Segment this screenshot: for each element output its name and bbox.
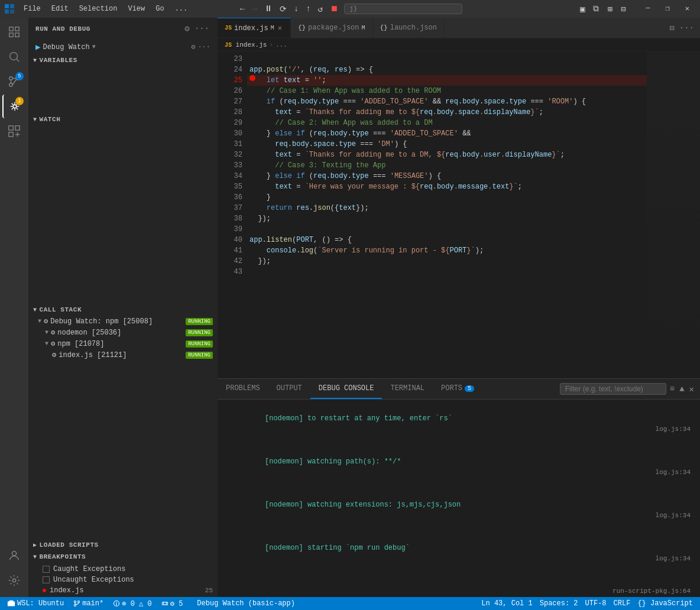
debug-config-gear[interactable]: ⚙ [191,43,195,51]
source-control-badge: 5 [15,72,24,80]
layout-icon-2[interactable]: ⧉ [591,3,601,15]
activity-search[interactable] [2,45,26,69]
panel-tab-output[interactable]: OUTPUT [268,379,310,399]
activity-explorer[interactable] [2,20,26,44]
status-encoding[interactable]: UTF-8 [583,599,609,608]
win-close-btn[interactable]: ✕ [679,3,695,15]
code-line-24: app.post('/', (req, res) => { [247,64,647,75]
menu-edit[interactable]: Edit [47,4,73,14]
console-ref-1[interactable]: log.js:34 [656,424,691,434]
filter-wrap-btn[interactable]: ≡ [669,383,676,395]
console-ref-2[interactable]: log.js:34 [656,467,691,478]
status-branch[interactable]: main* [71,599,106,608]
status-eol-label: CRLF [614,599,631,608]
call-stack-child-0[interactable]: ▼ ⚙ nodemon [25036] RUNNING [28,327,218,338]
layout-icon-3[interactable]: ⊞ [605,3,614,15]
breakpoints-section-header[interactable]: ▼ BREAKPOINTS [28,551,218,563]
debug-step-into-btn[interactable]: ↓ [291,3,301,15]
call-stack-section-header[interactable]: ▼ CALL STACK [28,304,218,316]
debug-config-more[interactable]: ··· [197,43,210,51]
more-tabs-btn[interactable]: ··· [678,22,695,34]
debug-more-btn[interactable]: ··· [193,22,210,35]
breakpoint-caught-checkbox[interactable] [43,566,50,573]
ln-32: 32 [218,150,242,160]
breadcrumb-item-1: JS index.js [225,41,267,48]
filter-input[interactable] [560,383,666,395]
breakpoint-uncaught[interactable]: Uncaught Exceptions [28,575,218,585]
code-editor[interactable]: 23 24 25 26 27 28 29 30 31 32 33 34 35 3… [218,51,700,378]
call-stack-child-1[interactable]: ▼ ⚙ npm [21078] RUNNING [28,338,218,349]
panel-tab-problems[interactable]: PROBLEMS [218,379,268,399]
variables-section-header[interactable]: ▼ VARIABLES [28,54,218,66]
debug-badge: 1 [15,97,24,105]
console-ref-3[interactable]: log.js:34 [656,510,691,521]
debug-play-btn[interactable]: ▶ [35,42,40,52]
breadcrumb-item-2: ... [276,41,287,48]
status-errors[interactable]: ⊗ 0 △ 0 [111,599,154,608]
call-stack-process-0[interactable]: ▼ ⚙ Debug Watch: npm [25008] RUNNING [28,316,218,327]
command-palette[interactable]: j} [344,4,462,14]
breakpoint-caught[interactable]: Caught Exceptions [28,564,218,575]
status-ports[interactable]: ⚙ 5 [159,599,186,608]
tab-indexjs-close[interactable]: ✕ [277,23,283,33]
console-ref-5[interactable]: run-script-pkg.js:64 [612,586,691,596]
code-line-39 [247,224,647,235]
ln-24: 24 [218,64,242,75]
watch-section-header[interactable]: ▼ WATCH [28,113,218,125]
debug-toolbar: ← → ⏸ ⟳ ↓ ↑ ↺ ⏹ j} [238,3,462,15]
activity-source-control[interactable]: 5 [2,70,26,93]
split-editor-btn[interactable]: ⊟ [668,22,675,34]
layout-icon-1[interactable]: ▣ [578,3,587,15]
status-debug-name[interactable]: Debug Watch (basic-app) [195,599,297,608]
debug-pause-btn[interactable]: ⏸ [262,3,275,15]
code-line-31: req.body.space.type === 'DM') { [247,139,647,150]
debug-step-out-btn[interactable]: ↑ [303,3,313,15]
win-minimize-btn[interactable]: — [640,3,656,15]
breakpoints-items: Caught Exceptions Uncaught Exceptions in… [28,563,218,597]
tab-launchjson[interactable]: {} launch.json [373,18,445,38]
nav-forward-btn[interactable]: → [249,3,259,15]
debug-settings-btn[interactable]: ⚙ [183,22,190,35]
debug-step-over-btn[interactable]: ⟳ [277,3,289,15]
watch-chevron: ▼ [33,116,37,123]
status-eol[interactable]: CRLF [611,599,633,608]
menu-more[interactable]: ... [170,4,193,14]
debug-stop-btn[interactable]: ⏹ [328,3,341,15]
debug-config-arrow[interactable]: ▼ [92,44,96,50]
tab-indexjs[interactable]: JS index.js M ✕ [218,18,291,38]
menu-selection[interactable]: Selection [74,4,122,14]
debug-restart-btn[interactable]: ↺ [316,3,325,15]
console-ref-4[interactable]: log.js:34 [656,553,691,564]
status-cursor-label: Ln 43, Col 1 [481,599,532,608]
win-restore-btn[interactable]: ❐ [660,3,676,15]
menu-view[interactable]: View [123,4,150,14]
filter-up-btn[interactable]: ▲ [678,383,685,395]
svg-point-21 [78,601,80,603]
panel-tab-ports[interactable]: PORTS 5 [433,379,482,399]
menu-go[interactable]: Go [151,4,168,14]
panel-tab-terminal[interactable]: TERMINAL [382,379,433,399]
call-stack-grandchild-0[interactable]: ⚙ index.js [21121] RUNNING [28,349,218,361]
activity-extensions[interactable] [2,119,26,143]
breakpoint-indexjs[interactable]: index.js 25 [28,585,218,596]
panel-tab-debug-console[interactable]: DEBUG CONSOLE [310,379,383,399]
tab-packagejson[interactable]: {} package.json M [291,18,373,38]
breakpoint-uncaught-checkbox[interactable] [43,576,50,583]
status-cursor[interactable]: Ln 43, Col 1 [479,599,534,608]
panel-content[interactable]: [nodemon] to restart at any time, enter … [218,400,700,597]
menu-file[interactable]: File [19,4,46,14]
activity-settings[interactable] [2,569,26,592]
filter-close-btn[interactable]: ✕ [688,383,695,395]
activity-debug[interactable]: 1 [2,95,26,118]
status-language[interactable]: {} JavaScript [635,599,695,608]
status-wsl-label: WSL: Ubuntu [17,599,64,608]
grandchild-0-status: RUNNING [186,352,213,359]
layout-icon-4[interactable]: ⊟ [618,3,628,15]
ln-43: 43 [218,267,242,277]
activity-account[interactable] [2,544,26,567]
nav-back-btn[interactable]: ← [238,3,247,15]
code-content[interactable]: app.post('/', (req, res) => { let text =… [247,51,647,378]
status-spaces[interactable]: Spaces: 2 [537,599,581,608]
status-wsl[interactable]: WSL: Ubuntu [5,599,66,608]
loaded-scripts-section-header[interactable]: ▶ LOADED SCRIPTS [28,539,218,551]
